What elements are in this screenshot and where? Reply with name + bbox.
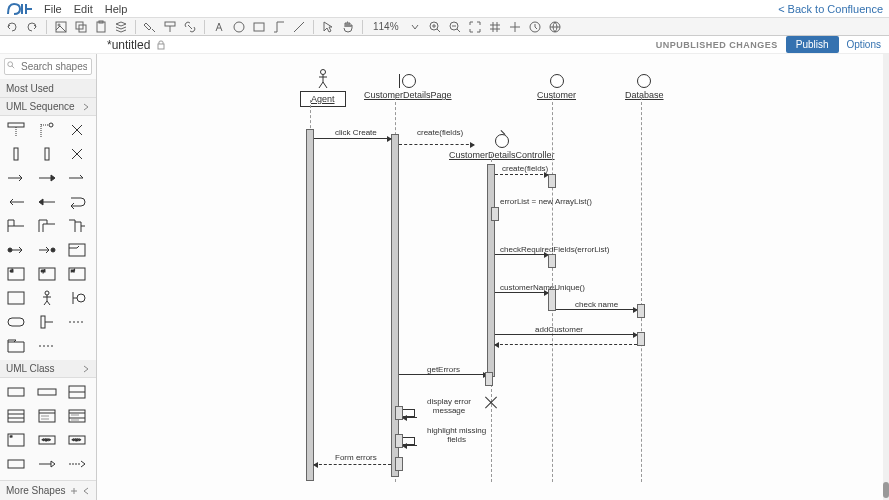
shape-class-3row[interactable] bbox=[4, 406, 28, 426]
hand-button[interactable] bbox=[340, 19, 356, 35]
image-button[interactable] bbox=[53, 19, 69, 35]
msg-highlight[interactable]: highlight missing fields bbox=[427, 426, 486, 444]
search-input[interactable] bbox=[4, 58, 92, 75]
shape-arrow-left-filled[interactable] bbox=[35, 192, 59, 212]
shape-arrow-right-filled[interactable] bbox=[35, 168, 59, 188]
shape-stereotype2[interactable]: <<e>> bbox=[65, 430, 89, 450]
text-button[interactable] bbox=[211, 19, 227, 35]
shape-class-full[interactable] bbox=[65, 406, 89, 426]
layers-button[interactable] bbox=[113, 19, 129, 35]
shape-frame2[interactable] bbox=[35, 216, 59, 236]
section-uml-class[interactable]: UML Class bbox=[0, 360, 96, 378]
logo[interactable] bbox=[6, 2, 36, 16]
shape-class-2row[interactable] bbox=[65, 382, 89, 402]
grid-button[interactable] bbox=[487, 19, 503, 35]
msg-create-fields1[interactable]: create(fields) bbox=[417, 128, 463, 137]
pointer-button[interactable] bbox=[320, 19, 336, 35]
more-shapes[interactable]: More Shapes bbox=[0, 480, 96, 500]
undo-button[interactable] bbox=[4, 19, 20, 35]
msg-error-list[interactable]: errorList = new ArrayList() bbox=[500, 197, 592, 206]
shape-interface[interactable]: int bbox=[4, 430, 28, 450]
shape-object[interactable] bbox=[4, 312, 28, 332]
shape-empty[interactable] bbox=[4, 454, 28, 474]
msg-create-fields2[interactable]: create(fields) bbox=[502, 164, 548, 173]
canvas[interactable]: Agent CustomerDetailsPage CustomerDetail… bbox=[97, 54, 889, 500]
shape-frame3[interactable] bbox=[65, 216, 89, 236]
lifeline-details-page[interactable]: CustomerDetailsPage bbox=[364, 90, 452, 100]
shape-class-attrs[interactable] bbox=[35, 406, 59, 426]
msg-get-errors[interactable]: getErrors bbox=[427, 365, 460, 374]
shape-x[interactable] bbox=[65, 144, 89, 164]
zoom-level[interactable]: 114% bbox=[373, 21, 399, 32]
shape-lost-msg[interactable] bbox=[35, 240, 59, 260]
shape-destroy[interactable] bbox=[65, 120, 89, 140]
lifeline-controller[interactable]: CustomerDetailsController bbox=[449, 150, 555, 160]
format-button[interactable] bbox=[162, 19, 178, 35]
shape-alt[interactable]: alt bbox=[4, 264, 28, 284]
scrollbar-vertical[interactable] bbox=[883, 54, 889, 500]
shape-activation[interactable] bbox=[4, 144, 28, 164]
shape-stereotype1[interactable]: <<s>> bbox=[35, 430, 59, 450]
shape-class-wide[interactable] bbox=[35, 382, 59, 402]
msg-check-required[interactable]: checkRequiredFields(errorList) bbox=[500, 245, 609, 254]
msg-name-unique[interactable]: customerNameUnique() bbox=[500, 283, 585, 292]
fit-button[interactable] bbox=[467, 19, 483, 35]
document-title[interactable]: *untitled bbox=[107, 38, 150, 52]
shape-actor[interactable] bbox=[35, 288, 59, 308]
actor-icon[interactable] bbox=[317, 69, 329, 89]
shape-lifeline-circle[interactable] bbox=[35, 120, 59, 140]
shape-depend[interactable] bbox=[65, 454, 89, 474]
rect-button[interactable] bbox=[251, 19, 267, 35]
msg-click-create[interactable]: click Create bbox=[335, 128, 377, 137]
paste-button[interactable] bbox=[93, 19, 109, 35]
paint-button[interactable] bbox=[142, 19, 158, 35]
shape-dashed[interactable] bbox=[65, 312, 89, 332]
circle-button[interactable] bbox=[231, 19, 247, 35]
shape-opt[interactable]: opt bbox=[35, 264, 59, 284]
lifeline-database[interactable]: Database bbox=[625, 90, 664, 100]
copy-button[interactable] bbox=[73, 19, 89, 35]
back-to-confluence-link[interactable]: < Back to Confluence bbox=[778, 3, 883, 15]
shape-ref[interactable]: ref bbox=[65, 264, 89, 284]
menu-help[interactable]: Help bbox=[105, 3, 128, 15]
shape-found-msg[interactable] bbox=[4, 240, 28, 260]
shape-lifeline-box[interactable] bbox=[4, 120, 28, 140]
destroy-icon[interactable] bbox=[485, 396, 497, 408]
options-link[interactable]: Options bbox=[847, 39, 881, 50]
chevron-down-icon[interactable] bbox=[407, 19, 423, 35]
globe-button[interactable] bbox=[547, 19, 563, 35]
zoom-in-button[interactable] bbox=[427, 19, 443, 35]
shape-note[interactable] bbox=[4, 288, 28, 308]
msg-form-errors[interactable]: Form errors bbox=[335, 453, 377, 462]
line-button[interactable] bbox=[291, 19, 307, 35]
msg-display-error[interactable]: display error message bbox=[427, 397, 471, 415]
shape-self-msg[interactable] bbox=[65, 192, 89, 212]
shape-entity[interactable] bbox=[35, 312, 59, 332]
link-button[interactable] bbox=[182, 19, 198, 35]
msg-add-customer[interactable]: addCustomer bbox=[535, 325, 583, 334]
shape-realize[interactable] bbox=[35, 454, 59, 474]
menu-file[interactable]: File bbox=[44, 3, 62, 15]
publish-button[interactable]: Publish bbox=[786, 36, 839, 53]
lifeline-customer[interactable]: Customer bbox=[537, 90, 576, 100]
section-uml-sequence[interactable]: UML Sequence bbox=[0, 98, 96, 116]
shape-arrow-left[interactable] bbox=[4, 192, 28, 212]
shape-frame1[interactable] bbox=[4, 216, 28, 236]
section-most-used[interactable]: Most Used bbox=[0, 80, 96, 98]
add-button[interactable] bbox=[507, 19, 523, 35]
shape-arrow-right[interactable] bbox=[4, 168, 28, 188]
shape-option[interactable] bbox=[65, 240, 89, 260]
msg-check-name[interactable]: check name bbox=[575, 300, 618, 309]
lifeline-agent[interactable]: Agent bbox=[300, 91, 346, 107]
shape-class-simple[interactable] bbox=[4, 382, 28, 402]
redo-button[interactable] bbox=[24, 19, 40, 35]
history-button[interactable] bbox=[527, 19, 543, 35]
shape-activation2[interactable] bbox=[35, 144, 59, 164]
shape-arrow-async[interactable] bbox=[65, 168, 89, 188]
menu-edit[interactable]: Edit bbox=[74, 3, 93, 15]
shape-dashed2[interactable] bbox=[35, 336, 59, 356]
shape-package[interactable] bbox=[4, 336, 28, 356]
shape-boundary[interactable] bbox=[65, 288, 89, 308]
zoom-out-button[interactable] bbox=[447, 19, 463, 35]
connector-button[interactable] bbox=[271, 19, 287, 35]
